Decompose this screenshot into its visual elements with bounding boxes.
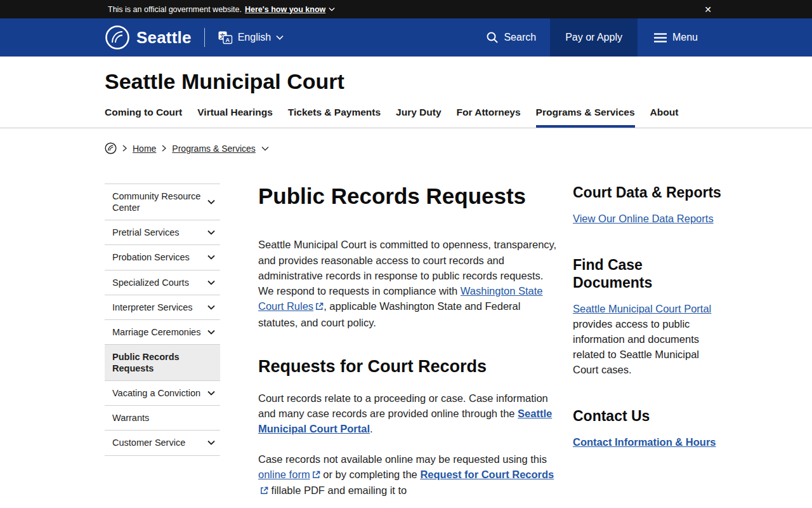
sidebar-item-marriage-ceremonies[interactable]: Marriage Ceremonies bbox=[105, 319, 220, 344]
search-label: Search bbox=[504, 32, 536, 43]
site-title: Seattle Municipal Court bbox=[105, 69, 812, 94]
smc-portal-rail-link[interactable]: Seattle Municipal Court Portal bbox=[573, 303, 711, 314]
language-selector[interactable]: 文A English bbox=[218, 30, 284, 45]
sidebar-item-public-records-requests[interactable]: Public Records Requests bbox=[105, 344, 220, 380]
menu-label: Menu bbox=[672, 32, 698, 43]
page-title: Public Records Requests bbox=[258, 184, 558, 209]
contact-info-hours-link[interactable]: Contact Information & Hours bbox=[573, 436, 716, 448]
language-label: English bbox=[238, 32, 271, 43]
breadcrumb: Home Programs & Services bbox=[0, 128, 812, 154]
online-data-reports-link[interactable]: View Our Online Data Reports bbox=[573, 213, 714, 224]
chevron-down-icon bbox=[207, 280, 215, 285]
sidebar-item-specialized-courts[interactable]: Specialized Courts bbox=[105, 270, 220, 295]
section-heading: Requests for Court Records bbox=[258, 357, 558, 377]
body-text: or by completing the bbox=[320, 469, 421, 480]
how-you-know-link[interactable]: Here's how you know bbox=[245, 5, 325, 14]
header-divider bbox=[204, 28, 205, 47]
rail-paragraph: Seattle Municipal Court Portal provides … bbox=[573, 302, 725, 378]
rail-heading: Find Case Documents bbox=[573, 256, 725, 291]
request-court-records-link[interactable]: Request for Court Records bbox=[420, 469, 554, 480]
rail-heading: Contact Us bbox=[573, 407, 725, 425]
site-title-row: Seattle Municipal Court bbox=[0, 57, 812, 94]
chevron-right-icon bbox=[162, 145, 166, 152]
external-link-icon bbox=[315, 299, 324, 314]
sidebar-item-vacating-a-conviction[interactable]: Vacating a Conviction bbox=[105, 380, 220, 405]
content-area: Community Resource Center Pretrial Servi… bbox=[0, 184, 812, 508]
chevron-down-icon[interactable] bbox=[261, 146, 269, 151]
search-icon bbox=[486, 31, 499, 44]
breadcrumb-home-link[interactable]: Home bbox=[133, 144, 156, 154]
sidebar-item-label: Community Resource Center bbox=[112, 190, 204, 213]
sidebar-item-warrants[interactable]: Warrants bbox=[105, 405, 220, 430]
right-rail: Court Data & Reports View Our Online Dat… bbox=[573, 184, 725, 479]
sidebar-item-customer-service[interactable]: Customer Service bbox=[105, 430, 220, 455]
sidebar-item-label: Specialized Courts bbox=[112, 277, 189, 288]
rail-heading: Court Data & Reports bbox=[573, 184, 725, 201]
online-form-link[interactable]: online form bbox=[258, 469, 310, 480]
sidebar-item-label: Interpreter Services bbox=[112, 302, 193, 313]
breadcrumb-current-link[interactable]: Programs & Services bbox=[172, 144, 255, 154]
sidebar-item-probation-services[interactable]: Probation Services bbox=[105, 244, 220, 269]
sidebar-item-pretrial-services[interactable]: Pretrial Services bbox=[105, 220, 220, 244]
body-text: fillable PDF and emailing it to bbox=[268, 485, 407, 496]
contact-us-section: Contact Us Contact Information & Hours bbox=[573, 407, 725, 450]
seattle-seal-icon bbox=[105, 25, 130, 50]
sidebar-item-label: Pretrial Services bbox=[112, 227, 180, 238]
hamburger-icon bbox=[654, 33, 667, 43]
sidebar-item-label: Marriage Ceremonies bbox=[112, 326, 200, 338]
nav-programs-services[interactable]: Programs & Services bbox=[536, 107, 635, 128]
chevron-down-icon bbox=[276, 35, 284, 40]
nav-about[interactable]: About bbox=[650, 107, 679, 128]
gov-banner-text: This is an official government website. bbox=[108, 5, 242, 14]
chevron-down-icon bbox=[207, 330, 215, 335]
search-button[interactable]: Search bbox=[486, 31, 536, 44]
nav-jury-duty[interactable]: Jury Duty bbox=[396, 107, 442, 128]
external-link-icon bbox=[312, 467, 320, 483]
body-paragraph: Court records relate to a proceeding or … bbox=[258, 391, 558, 437]
chevron-right-icon bbox=[122, 145, 127, 152]
sidebar-item-interpreter-services[interactable]: Interpreter Services bbox=[105, 295, 220, 319]
main-navigation: Coming to Court Virtual Hearings Tickets… bbox=[0, 107, 812, 128]
sidebar-item-label: Customer Service bbox=[112, 437, 185, 448]
sidebar-item-community-resource-center[interactable]: Community Resource Center bbox=[105, 184, 220, 220]
article: Public Records Requests Seattle Municipa… bbox=[258, 184, 558, 508]
chevron-down-icon bbox=[207, 440, 215, 445]
nav-tickets-payments[interactable]: Tickets & Payments bbox=[288, 107, 381, 128]
body-paragraph: Case records not available online may be… bbox=[258, 451, 558, 499]
sidebar-item-label: Public Records Requests bbox=[112, 351, 215, 374]
breadcrumb-seal-icon[interactable] bbox=[105, 142, 117, 154]
external-link-icon bbox=[260, 483, 268, 498]
body-text: Case records not available online may be… bbox=[258, 453, 547, 465]
pay-or-apply-button[interactable]: Pay or Apply bbox=[550, 18, 638, 57]
chevron-down-icon bbox=[207, 255, 215, 260]
find-case-documents-section: Find Case Documents Seattle Municipal Co… bbox=[573, 256, 725, 378]
chevron-down-icon bbox=[207, 305, 215, 310]
site-header: Seattle 文A English Search Pay or Apply M… bbox=[0, 18, 812, 57]
svg-text:A: A bbox=[225, 37, 230, 43]
nav-coming-to-court[interactable]: Coming to Court bbox=[105, 107, 182, 128]
court-data-reports-section: Court Data & Reports View Our Online Dat… bbox=[573, 184, 725, 227]
menu-button[interactable]: Menu bbox=[654, 32, 698, 43]
translate-icon: 文A bbox=[218, 30, 233, 45]
sidebar-item-label: Probation Services bbox=[112, 251, 190, 263]
chevron-down-icon bbox=[207, 391, 215, 396]
section-sidebar: Community Resource Center Pretrial Servi… bbox=[105, 184, 220, 456]
sidebar-item-label: Vacating a Conviction bbox=[112, 387, 200, 399]
city-wordmark: Seattle bbox=[136, 28, 192, 48]
chevron-down-icon bbox=[207, 230, 215, 235]
intro-paragraph: Seattle Municipal Court is committed to … bbox=[258, 237, 558, 330]
seattle-home-link[interactable]: Seattle bbox=[105, 25, 192, 50]
close-icon[interactable]: ✕ bbox=[704, 0, 712, 18]
gov-banner: This is an official government website. … bbox=[0, 0, 812, 18]
nav-for-attorneys[interactable]: For Attorneys bbox=[457, 107, 521, 128]
chevron-down-icon bbox=[329, 7, 335, 11]
sidebar-item-label: Warrants bbox=[112, 412, 149, 424]
nav-virtual-hearings[interactable]: Virtual Hearings bbox=[197, 107, 273, 128]
body-text: . bbox=[370, 423, 373, 434]
rail-text: provides access to public information an… bbox=[573, 318, 699, 375]
chevron-down-icon bbox=[207, 199, 215, 204]
body-text: Court records relate to a proceeding or … bbox=[258, 392, 548, 419]
